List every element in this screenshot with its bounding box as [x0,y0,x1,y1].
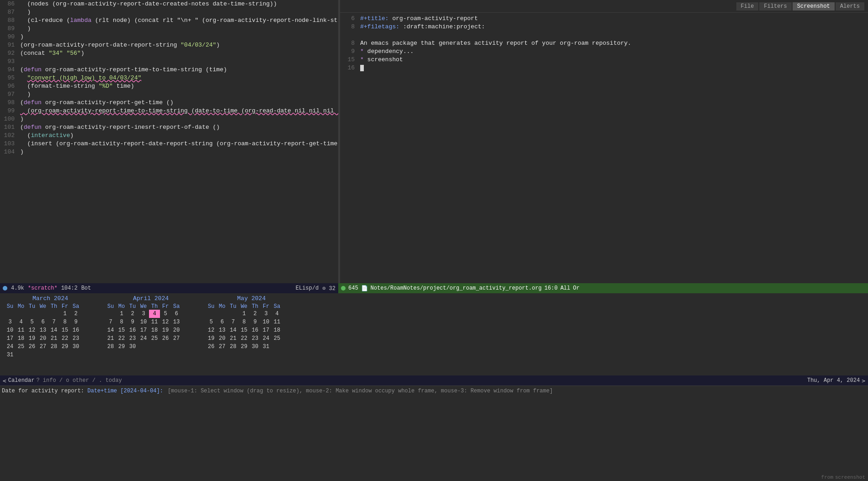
right-status-pos: 16:0 [544,285,558,291]
cal-next-button[interactable]: > [862,377,865,384]
main-editor-area: 86 (nodes (org-roam-activity-report-date… [0,0,868,283]
prompt-help: [mouse-1: Select window (drag to resize)… [168,388,553,394]
code-line-104: 104 ) [0,148,338,156]
code-line-93: 93 [0,58,338,66]
april-day-headers: Su Mo Tu We Th Fr Sa [105,303,197,310]
may-header: May 2024 [206,295,297,302]
right-status-extra: Or [573,285,580,291]
code-line-92: 92 (concat "34" "56") [0,49,338,58]
right-status-icon: 📄 [361,285,368,292]
calendar-april: April 2024 Su Mo Tu We Th Fr Sa 123456 7… [105,295,197,359]
bottom-prompt-bar: Date for activity report: Date+time [202… [0,386,868,396]
calendar-nav-bar: < Calendar ? info / o other / . today Th… [0,375,868,386]
code-line-100: 100 ) [0,115,338,123]
march-week-3: 10111213141516 [5,326,96,334]
status-bars: 4.9k *scratch* 104:2 Bot ELisp/d ⊙ 32 64… [0,283,868,293]
org-line-8a: 8 #+filetags: :draft:machine:project: [340,23,868,31]
status-indicator-right [341,286,346,291]
left-status-major-mode: ELisp/d [296,285,319,291]
code-line-97: 97 ) [0,90,338,99]
cal-label: Calendar [8,377,35,384]
april-header: April 2024 [105,295,197,302]
march-week-6: 31 [5,351,96,359]
march-header: March 2024 [5,295,96,302]
cursor [360,65,364,71]
left-status-buffer: *scratch* [28,285,58,291]
march-week-2: 3456789 [5,318,96,326]
march-week-5: 24252627282930 [5,343,96,351]
footer-from: from [821,475,833,480]
code-line-94: 94 (defun org-roam-activity-report-time-… [0,66,338,74]
org-line-9: 9 * dependency... [340,48,868,56]
org-line-16: 16 [340,64,868,72]
april-week-3: 14151617181920 [105,326,197,334]
cal-nav-right: Thu, Apr 4, 2024 > [807,377,865,384]
tab-alerts[interactable]: Alerts [836,2,864,11]
code-line-87: 87 ) [0,8,338,16]
org-line-15: 15 * screenshot [340,56,868,64]
org-line-6: 6 #+title: org-roam-activity-report [340,15,868,23]
footer-screenshot: screenshot [835,475,865,480]
cal-nav-left: < Calendar ? info / o other / . today [3,377,122,384]
calendar-may: May 2024 Su Mo Tu We Th Fr Sa 1234 56789… [206,295,297,359]
may-week-4: 19202122232425 [206,334,297,343]
org-line-8b: 8 An emacs package that generates activi… [340,39,868,48]
prompt-value: Date+time [2024-04-04]: [87,388,163,394]
calendar-march: March 2024 Su Mo Tu We Th Fr Sa 12 34567… [5,295,96,359]
left-code-pane: 86 (nodes (org-roam-activity-report-date… [0,0,338,283]
right-status-bar: 645 📄 Notes/RoamNotes/project/org_roam_a… [338,283,868,293]
april-week-4: 21222324252627 [105,334,197,343]
code-line-98: 98 (defun org-roam-activity-report-get-t… [0,99,338,107]
code-line-91: 91 (org-roam-activity-report-date-report… [0,41,338,49]
right-status-num: 645 [348,285,358,291]
code-line-99: 99 (org-roam-activity-report-time-to-tim… [0,107,338,115]
code-line-89: 89 ) [0,25,338,33]
may-week-1: 1234 [206,310,297,318]
may-week-5: 262728293031 [206,343,297,351]
code-line-95: 95 "convert (high low) to 04/03/24" [0,74,338,82]
right-status-mode: All [560,285,570,291]
left-status-mode: Bot [81,285,91,291]
april-week-1: 123456 [105,310,197,318]
march-week-4: 17181920212223 [5,334,96,343]
calendar-section: March 2024 Su Mo Tu We Th Fr Sa 12 34567… [0,293,868,375]
org-line-blank [340,31,868,39]
tab-filters[interactable]: Filters [759,2,791,11]
prompt-label: Date for activity report: [2,388,87,394]
footer-bar: from screenshot [819,474,868,481]
left-status-pos: 104:2 [61,285,78,291]
left-status-encoding: ⊙ 32 [322,285,335,292]
cal-help: ? info / o other / . today [36,377,122,384]
calendars-row: March 2024 Su Mo Tu We Th Fr Sa 12 34567… [0,295,868,359]
left-status-size: 4.9k [11,285,24,291]
april-week-2: 78910111213 [105,318,197,326]
may-week-3: 12131415161718 [206,326,297,334]
march-week-1: 12 [5,310,96,318]
org-content: 6 #+title: org-roam-activity-report 8 #+… [340,13,868,74]
tab-file[interactable]: File [736,2,759,11]
code-line-101: 101 (defun org-roam-activity-report-ines… [0,123,338,132]
may-day-headers: Su Mo Tu We Th Fr Sa [206,303,297,310]
right-org-pane: File Filters Screenshot Alerts 6 #+title… [340,0,868,283]
code-line-90: 90 ) [0,33,338,41]
cal-date: Thu, Apr 4, 2024 [807,377,860,384]
right-tab-bar: File Filters Screenshot Alerts [340,0,868,13]
cal-prev-button[interactable]: < [3,377,6,384]
right-status-file: Notes/RoamNotes/project/org_roam_activit… [371,285,542,291]
code-line-86: 86 (nodes (org-roam-activity-report-date… [0,0,338,8]
code-line-103: 103 (insert (org-roam-activity-report-da… [0,140,338,148]
left-status-bar: 4.9k *scratch* 104:2 Bot ELisp/d ⊙ 32 [0,283,338,293]
code-line-102: 102 (interactive) [0,132,338,140]
code-line-96: 96 (format-time-string "%D" time) [0,82,338,90]
may-week-2: 567891011 [206,318,297,326]
march-day-headers: Su Mo Tu We Th Fr Sa [5,303,96,310]
status-indicator-left [3,286,7,291]
tab-screenshot[interactable]: Screenshot [793,2,835,11]
code-line-88: 88 (cl-reduce (lambda (rlt node) (concat… [0,16,338,25]
april-week-5: 282930 [105,343,197,351]
